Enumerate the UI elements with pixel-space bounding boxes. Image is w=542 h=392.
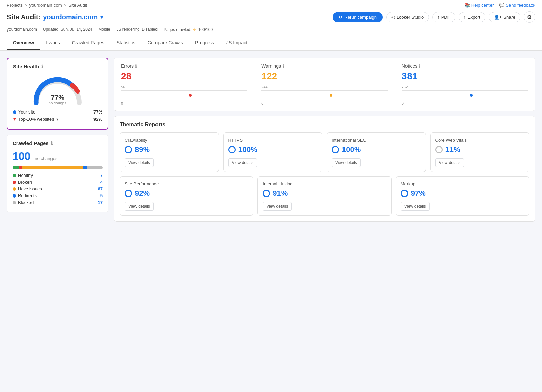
thematic-card-name: Crawlability	[125, 138, 214, 143]
view-details-button[interactable]: View details	[401, 202, 430, 211]
issues-stat: Have issues 67	[13, 186, 103, 191]
thematic-card-percent: 91%	[263, 189, 386, 198]
pdf-button[interactable]: ↑ PDF	[432, 12, 455, 22]
nav-tab-issues[interactable]: Issues	[40, 36, 66, 50]
errors-max-label: 56	[121, 85, 125, 89]
export-button[interactable]: ↑ Export	[459, 12, 485, 22]
crawled-pages-title: Crawled Pages	[13, 140, 49, 146]
looker-studio-button[interactable]: ◎ Looker Studio	[386, 12, 429, 22]
thematic-card-international-seo: International SEO 100% View details	[327, 132, 426, 172]
meta-device: Mobile	[98, 27, 110, 32]
top10-chevron-icon[interactable]: ▾	[56, 117, 58, 122]
nav-tab-statistics[interactable]: Statistics	[110, 36, 142, 50]
thematic-card-name: Markup	[401, 181, 524, 186]
thematic-card-site-performance: Site Performance 92% View details	[120, 176, 253, 216]
redirects-dot	[13, 194, 16, 198]
main-content: Site Health ℹ 77% no changes	[0, 51, 542, 228]
send-feedback-link[interactable]: 💬 Send feedback	[499, 3, 535, 8]
circle-icon	[401, 190, 408, 197]
warnings-max-label: 244	[261, 85, 267, 89]
site-health-card: Site Health ℹ 77% no changes	[7, 58, 108, 130]
pdf-icon: ↑	[437, 15, 440, 20]
progress-healthy	[13, 166, 19, 169]
circle-icon	[125, 146, 132, 153]
healthy-dot	[13, 174, 16, 177]
notices-card: Notices ℹ 381 762 0	[395, 58, 535, 111]
notices-max-label: 762	[402, 85, 408, 89]
feedback-icon: 💬	[499, 3, 504, 8]
progress-issues	[22, 166, 83, 169]
progress-broken	[19, 166, 23, 169]
domain-chevron-icon[interactable]: ▾	[100, 14, 103, 20]
meta-pages-label: Pages crawled: ⚠ 100/100	[164, 27, 213, 32]
meta-updated: Updated: Sun, Jul 14, 2024	[43, 27, 92, 32]
settings-button[interactable]: ⚙	[524, 11, 535, 23]
view-details-button[interactable]: View details	[228, 158, 257, 167]
crawled-count: 100	[13, 150, 30, 162]
thematic-grid-bottom: Site Performance 92% View details Intern…	[120, 176, 529, 216]
your-site-legend: Your site 77%	[13, 109, 102, 115]
meta-row: yourdomain.com Updated: Sun, Jul 14, 202…	[7, 25, 535, 36]
nav-tabs: OverviewIssuesCrawled PagesStatisticsCom…	[7, 36, 535, 50]
site-health-info-icon[interactable]: ℹ	[41, 64, 43, 69]
thematic-card-name: Internal Linking	[263, 181, 386, 186]
thematic-card-internal-linking: Internal Linking 91% View details	[257, 176, 391, 216]
help-icon: 📚	[464, 3, 470, 8]
breadcrumb-domain[interactable]: yourdomain.com	[29, 3, 62, 8]
notices-min-label: 0	[402, 101, 404, 105]
nav-tab-js-impact[interactable]: JS Impact	[220, 36, 253, 50]
header-buttons: ↻ Rerun campaign ◎ Looker Studio ↑ PDF ↑…	[333, 11, 536, 23]
crawled-progress-bar	[13, 166, 103, 169]
crawled-count-row: 100 no changes	[13, 150, 103, 163]
top-bar: Projects > yourdomain.com > Site Audit 📚…	[0, 0, 542, 51]
errors-dot	[189, 94, 192, 97]
svg-text:77%: 77%	[51, 94, 64, 101]
nav-tab-compare-crawls[interactable]: Compare Crawls	[142, 36, 189, 50]
circle-icon	[125, 190, 132, 197]
warnings-min-label: 0	[261, 101, 263, 105]
nav-tab-overview[interactable]: Overview	[7, 36, 40, 50]
circle-icon	[228, 146, 236, 153]
nav-tab-crawled-pages[interactable]: Crawled Pages	[66, 36, 110, 50]
thematic-card-percent: 89%	[125, 145, 214, 154]
thematic-card-percent: 100%	[228, 145, 318, 154]
breadcrumb-projects[interactable]: Projects	[7, 3, 23, 8]
errors-info-icon[interactable]: ℹ	[135, 64, 137, 69]
export-icon: ↑	[464, 15, 466, 20]
warnings-info-icon[interactable]: ℹ	[283, 64, 284, 69]
view-details-button[interactable]: View details	[435, 158, 464, 167]
help-center-link[interactable]: 📚 Help center	[464, 3, 494, 8]
broken-stat: Broken 4	[13, 180, 103, 185]
view-details-button[interactable]: View details	[125, 202, 154, 211]
site-health-title: Site Health	[13, 64, 39, 69]
settings-icon: ⚙	[527, 14, 532, 20]
thematic-card-core-web-vitals: Core Web Vitals 11% View details	[430, 132, 530, 172]
thematic-reports-section: Thematic Reports Crawlability 89% View d…	[114, 116, 535, 222]
notices-info-icon[interactable]: ℹ	[419, 64, 420, 69]
view-details-button[interactable]: View details	[263, 202, 292, 211]
view-details-button[interactable]: View details	[125, 158, 154, 167]
healthy-stat: Healthy 7	[13, 173, 103, 178]
share-button[interactable]: 👤+ Share	[489, 12, 520, 22]
thematic-card-name: International SEO	[332, 138, 421, 143]
svg-text:no changes: no changes	[49, 101, 66, 105]
gauge-chart: 77% no changes	[13, 74, 102, 107]
domain-name[interactable]: yourdomain.com	[43, 13, 98, 21]
nav-tab-progress[interactable]: Progress	[189, 36, 220, 50]
circle-icon	[332, 146, 339, 153]
blocked-dot	[13, 201, 16, 204]
warnings-value: 122	[261, 71, 388, 82]
view-details-button[interactable]: View details	[332, 158, 361, 167]
rerun-campaign-button[interactable]: ↻ Rerun campaign	[333, 12, 383, 22]
thematic-card-markup: Markup 97% View details	[396, 176, 529, 216]
crawled-pages-info-icon[interactable]: ℹ	[51, 141, 53, 146]
metrics-row: Errors ℹ 28 56 0 Warnings ℹ 122	[114, 58, 535, 111]
warnings-card: Warnings ℹ 122 244 0	[254, 58, 395, 111]
warning-icon: ⚠	[192, 27, 197, 32]
refresh-icon: ↻	[339, 15, 342, 20]
errors-min-label: 0	[121, 101, 123, 105]
progress-redirects	[83, 166, 87, 169]
right-panel: Errors ℹ 28 56 0 Warnings ℹ 122	[114, 58, 535, 222]
thematic-card-percent: 100%	[332, 145, 421, 154]
top-actions: 📚 Help center 💬 Send feedback	[464, 3, 535, 8]
